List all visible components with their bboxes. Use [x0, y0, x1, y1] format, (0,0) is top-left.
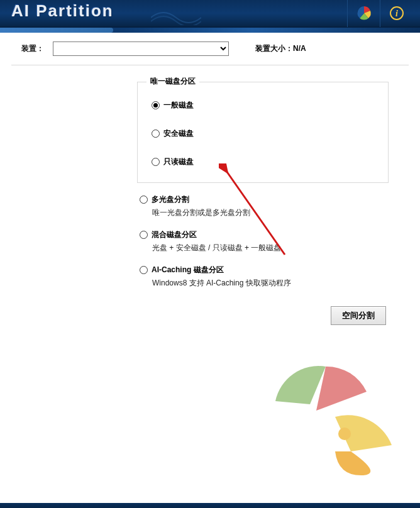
- device-size-label: 装置大小：N/A: [255, 43, 306, 54]
- device-row: 装置： 装置大小：N/A: [11, 41, 409, 56]
- watermark-logo-icon: [257, 351, 414, 483]
- app-title: AI Partition: [11, 1, 114, 21]
- header-wave-decoration: [151, 6, 201, 25]
- option-desc: Windows8 支持 AI-Caching 快取驱动程序: [152, 278, 389, 289]
- app-header: AI Partition i: [0, 0, 420, 28]
- radio-general-disk[interactable]: 一般磁盘: [152, 100, 377, 111]
- svg-point-3: [338, 428, 351, 440]
- radio-icon: [152, 158, 160, 166]
- radio-secure-disk[interactable]: 安全磁盘: [152, 128, 377, 139]
- content-area: 装置： 装置大小：N/A 唯一磁盘分区 一般磁盘 安全磁盘 只读磁盘: [0, 33, 420, 508]
- radio-hybrid-disk[interactable]: 混合磁盘分区: [140, 229, 389, 240]
- space-partition-button[interactable]: 空间分割: [331, 306, 386, 325]
- window-bottom-border: [0, 503, 420, 508]
- option-ai-caching: AI-Caching 磁盘分区 Windows8 支持 AI-Caching 快…: [140, 265, 389, 289]
- radio-label: 一般磁盘: [163, 100, 194, 111]
- radio-ai-caching[interactable]: AI-Caching 磁盘分区: [140, 265, 389, 275]
- option-hybrid-disk: 混合磁盘分区 光盘 + 安全磁盘 / 只读磁盘 + 一般磁盘: [140, 229, 389, 253]
- radio-readonly-disk[interactable]: 只读磁盘: [152, 157, 377, 167]
- header-info-button[interactable]: i: [380, 0, 412, 27]
- option-title: AI-Caching 磁盘分区: [152, 265, 224, 275]
- option-desc: 光盘 + 安全磁盘 / 只读磁盘 + 一般磁盘: [152, 243, 389, 253]
- header-strip: [0, 28, 420, 33]
- single-partition-legend: 唯一磁盘分区: [146, 76, 199, 87]
- device-size-label-text: 装置大小：: [255, 44, 293, 53]
- svg-text:i: i: [395, 9, 398, 18]
- radio-icon: [152, 130, 160, 138]
- radio-multi-disc[interactable]: 多光盘分割: [140, 194, 389, 205]
- option-title: 混合磁盘分区: [152, 229, 197, 240]
- option-title: 多光盘分割: [152, 194, 189, 205]
- radio-icon: [140, 231, 148, 239]
- device-label: 装置：: [11, 43, 49, 54]
- main-panel: 唯一磁盘分区 一般磁盘 安全磁盘 只读磁盘 多光盘分割 唯一光盘分割或是多光盘分…: [137, 82, 389, 325]
- device-size-value: N/A: [293, 44, 306, 53]
- radio-icon: [140, 266, 148, 274]
- pie-chart-icon: [356, 5, 372, 21]
- radio-label: 只读磁盘: [163, 157, 194, 167]
- separator-line: [11, 65, 409, 65]
- header-pie-button[interactable]: [347, 0, 380, 27]
- info-icon: i: [389, 6, 404, 21]
- option-desc: 唯一光盘分割或是多光盘分割: [152, 207, 389, 218]
- single-partition-fieldset: 唯一磁盘分区 一般磁盘 安全磁盘 只读磁盘: [137, 82, 389, 183]
- radio-icon: [152, 101, 160, 109]
- device-select[interactable]: [53, 41, 229, 56]
- radio-icon: [140, 196, 148, 204]
- option-multi-disc: 多光盘分割 唯一光盘分割或是多光盘分割: [140, 194, 389, 218]
- radio-label: 安全磁盘: [163, 128, 194, 139]
